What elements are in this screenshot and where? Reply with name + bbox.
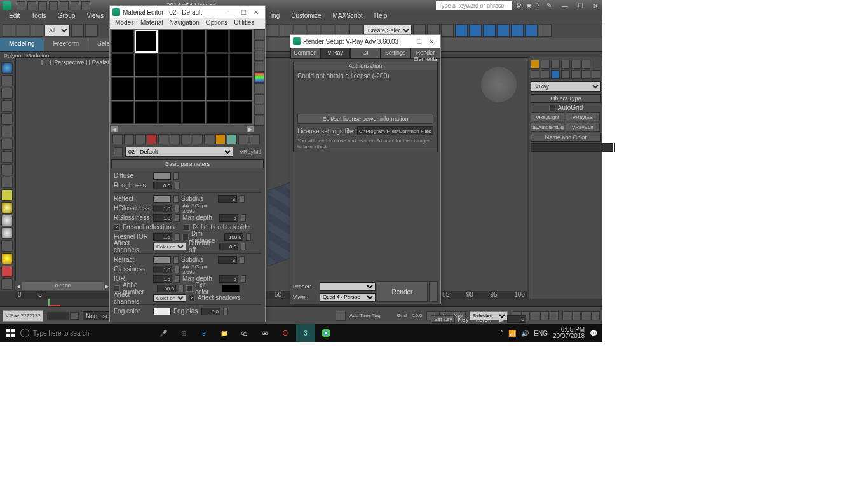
diffuse-swatch[interactable] <box>153 172 171 180</box>
dimdist-checkbox[interactable] <box>182 234 189 240</box>
preset-combo[interactable] <box>320 282 376 291</box>
material-slot[interactable] <box>229 30 252 53</box>
side-tool-icon[interactable] <box>254 94 264 104</box>
shapes-icon[interactable] <box>541 70 550 79</box>
material-slot[interactable] <box>135 77 158 100</box>
taskbar-search[interactable]: Type here to search <box>20 329 147 337</box>
tray-volume-icon[interactable]: 🔊 <box>521 330 529 337</box>
tool-icon[interactable] <box>1 126 13 137</box>
rollout-basic-params[interactable]: Basic parameters <box>111 159 264 168</box>
tray-lang-icon[interactable]: ENG <box>534 330 548 337</box>
toolbar-combo[interactable]: All <box>44 25 70 36</box>
material-slot[interactable] <box>182 77 205 100</box>
menu-navigation[interactable]: Navigation <box>167 18 202 29</box>
rollout-name-color[interactable]: Name and Color <box>531 133 601 142</box>
tool-icon[interactable] <box>1 164 13 175</box>
material-slot[interactable] <box>158 30 181 53</box>
material-slot[interactable] <box>158 77 181 100</box>
toolbar-button[interactable] <box>85 24 98 37</box>
keyfilters-button[interactable]: Key Filters... <box>458 316 493 323</box>
material-editor-titlebar[interactable]: Material Editor - 02 - Default — ☐ ✕ <box>110 6 265 18</box>
category-dropdown[interactable]: VRay <box>531 81 601 92</box>
material-slot[interactable] <box>206 53 229 76</box>
menu-tools[interactable]: Tools <box>27 11 50 22</box>
toolbar-button[interactable] <box>17 24 29 37</box>
material-slot[interactable] <box>182 30 205 53</box>
affectshadows-checkbox[interactable] <box>189 295 195 301</box>
slider-left-icon[interactable]: ◄ <box>15 283 22 290</box>
edge-icon[interactable]: e <box>194 324 214 342</box>
tool-icon[interactable] <box>1 253 13 264</box>
fresnelior-spinner[interactable]: 1.6 <box>153 233 172 241</box>
me-tool-icon[interactable] <box>215 134 226 144</box>
cameras-icon[interactable] <box>561 70 570 79</box>
tab-vray[interactable]: V-Ray <box>320 48 350 59</box>
me-tool-icon[interactable] <box>135 134 146 144</box>
pick-material-icon[interactable] <box>114 147 123 156</box>
material-slot[interactable] <box>229 101 252 124</box>
side-tool-icon[interactable] <box>254 116 264 126</box>
current-frame-input[interactable]: 0 <box>507 315 526 323</box>
affect-channels-combo[interactable]: Color only <box>153 243 186 250</box>
refract-swatch[interactable] <box>153 256 171 264</box>
subdivs-spinner[interactable]: 8 <box>218 195 237 203</box>
me-tool-icon[interactable] <box>124 134 134 144</box>
minimize-button[interactable]: — <box>560 3 569 10</box>
tool-icon[interactable] <box>1 139 13 150</box>
tool-icon[interactable] <box>1 227 13 239</box>
side-tool-icon[interactable] <box>254 83 264 93</box>
close-button[interactable]: ✕ <box>425 38 438 45</box>
qat-button[interactable] <box>38 1 47 10</box>
material-type-label[interactable]: VRayMtl <box>236 149 261 155</box>
material-slot[interactable] <box>229 53 252 76</box>
icon[interactable]: ★ <box>526 2 534 10</box>
tool-icon[interactable] <box>1 189 13 201</box>
toolbar-button[interactable] <box>71 24 84 37</box>
goto-end-icon[interactable] <box>550 311 559 320</box>
material-slot[interactable] <box>135 101 158 124</box>
me-tool-icon[interactable] <box>250 134 260 144</box>
tool-icon[interactable] <box>1 215 13 226</box>
fresnel-checkbox[interactable] <box>114 224 120 231</box>
ribbon-tab-modeling[interactable]: Modeling <box>0 38 44 51</box>
create-tab-icon[interactable] <box>531 60 539 69</box>
explorer-icon[interactable]: 📁 <box>215 324 234 342</box>
qat-button[interactable] <box>71 1 79 10</box>
me-tool-icon[interactable] <box>204 134 214 144</box>
modify-tab-icon[interactable] <box>541 60 550 69</box>
setkey-button[interactable]: Set Key <box>431 315 455 323</box>
icon[interactable]: ⚙ <box>516 2 524 10</box>
prompt-icon[interactable] <box>336 311 346 321</box>
toolbar-button[interactable] <box>497 24 510 37</box>
qat-button[interactable] <box>27 1 36 10</box>
tab-render-elements[interactable]: Render Elements <box>410 48 440 59</box>
viewport-label[interactable]: [ + ] [Perspective ] [ Realistic ] <box>41 59 117 65</box>
material-slot[interactable] <box>158 53 181 76</box>
material-slot[interactable] <box>206 101 229 124</box>
lights-icon[interactable] <box>551 70 560 79</box>
taskview-icon[interactable]: ⊞ <box>174 324 193 342</box>
me-tool-icon[interactable] <box>181 134 191 144</box>
icon[interactable]: ✎ <box>546 2 554 10</box>
vray-toolbar-button[interactable]: V-Ray ??????? <box>3 310 43 322</box>
toolbar-button[interactable] <box>469 24 482 37</box>
render-dropdown-button[interactable] <box>429 281 438 302</box>
toolbar-button[interactable] <box>511 24 524 37</box>
material-slot[interactable] <box>111 101 134 124</box>
viewport[interactable]: [ + ] [Perspective ] [ Realistic ] <box>15 57 527 299</box>
qat-button[interactable] <box>49 1 58 10</box>
me-tool-icon[interactable] <box>238 134 248 144</box>
tool-icon[interactable] <box>1 88 13 99</box>
dimdist-spinner[interactable]: 100.0 <box>224 233 243 241</box>
refract-maxdepth-spinner[interactable]: 5 <box>219 275 238 283</box>
tool-icon[interactable] <box>1 62 13 74</box>
menu-group[interactable]: Group <box>54 11 79 22</box>
reflect-swatch[interactable] <box>153 195 171 203</box>
timeline-ruler[interactable]: 05 3540 4550 5560 6570 7580 8590 95100 <box>15 291 527 299</box>
vraylight-button[interactable]: VRayLight <box>531 112 564 121</box>
material-slot[interactable] <box>182 53 205 76</box>
toolbar-button[interactable] <box>525 24 538 37</box>
fogcolor-swatch[interactable] <box>153 308 171 315</box>
vrayies-button[interactable]: VRayIES <box>566 112 599 121</box>
menu-views[interactable]: Views <box>83 11 107 22</box>
